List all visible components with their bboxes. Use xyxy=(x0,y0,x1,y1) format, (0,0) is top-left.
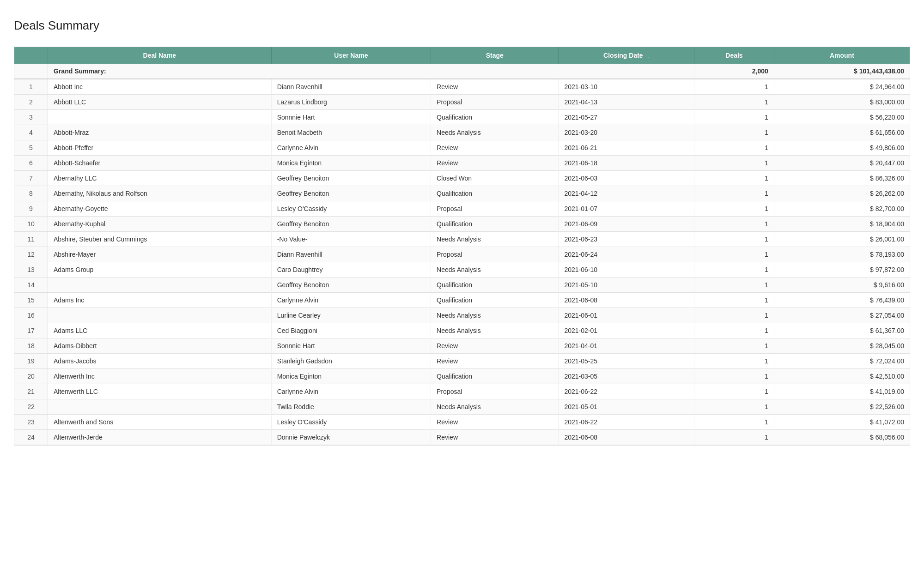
stage-cell: Needs Analysis xyxy=(431,399,559,415)
table-row: 6 Abbott-Schaefer Monica Eginton Review … xyxy=(14,156,910,171)
closing-date-cell: 2021-05-01 xyxy=(559,399,694,415)
closing-date-cell: 2021-05-10 xyxy=(559,277,694,293)
grand-summary-row-num xyxy=(14,64,48,79)
deals-cell: 1 xyxy=(694,232,774,247)
deal-name-cell: Altenwerth Inc xyxy=(48,369,272,384)
amount-cell: $ 26,001.00 xyxy=(774,232,910,247)
grand-summary-deals: 2,000 xyxy=(694,64,774,79)
user-name-cell: -No Value- xyxy=(271,232,431,247)
deals-cell: 1 xyxy=(694,338,774,354)
user-name-cell: Twila Roddie xyxy=(271,399,431,415)
row-num: 7 xyxy=(14,171,48,186)
stage-cell: Review xyxy=(431,79,559,95)
deals-cell: 1 xyxy=(694,323,774,338)
col-header-deals[interactable]: Deals xyxy=(694,47,774,64)
deals-cell: 1 xyxy=(694,217,774,232)
user-name-cell: Geoffrey Benoiton xyxy=(271,171,431,186)
table-row: 22 Twila Roddie Needs Analysis 2021-05-0… xyxy=(14,399,910,415)
col-header-amount[interactable]: Amount xyxy=(774,47,910,64)
deal-name-cell: Altenwerth LLC xyxy=(48,384,272,399)
stage-cell: Qualification xyxy=(431,110,559,125)
stage-cell: Proposal xyxy=(431,95,559,110)
closing-date-cell: 2021-05-27 xyxy=(559,110,694,125)
closing-date-cell: 2021-04-12 xyxy=(559,186,694,201)
stage-cell: Qualification xyxy=(431,186,559,201)
table-row: 19 Adams-Jacobs Stanleigh Gadsdon Review… xyxy=(14,354,910,369)
deal-name-cell: Altenwerth and Sons xyxy=(48,415,272,430)
table-header-row: Deal Name User Name Stage Closing Date ↓… xyxy=(14,47,910,64)
deals-cell: 1 xyxy=(694,369,774,384)
deals-cell: 1 xyxy=(694,186,774,201)
deals-cell: 1 xyxy=(694,95,774,110)
col-header-row-num xyxy=(14,47,48,64)
table-row: 3 Sonnnie Hart Qualification 2021-05-27 … xyxy=(14,110,910,125)
row-num: 11 xyxy=(14,232,48,247)
user-name-cell: Geoffrey Benoiton xyxy=(271,186,431,201)
closing-date-cell: 2021-06-24 xyxy=(559,247,694,262)
deal-name-cell: Abbott-Mraz xyxy=(48,125,272,140)
user-name-cell: Carlynne Alvin xyxy=(271,293,431,308)
page-container: Deals Summary Deal Name User Name Stage xyxy=(0,0,924,464)
deal-name-cell xyxy=(48,399,272,415)
deals-cell: 1 xyxy=(694,384,774,399)
col-header-closing-date[interactable]: Closing Date ↓ xyxy=(559,47,694,64)
col-header-user-name[interactable]: User Name xyxy=(271,47,431,64)
user-name-cell: Diann Ravenhill xyxy=(271,79,431,95)
row-num: 24 xyxy=(14,430,48,445)
row-num: 20 xyxy=(14,369,48,384)
user-name-cell: Sonnnie Hart xyxy=(271,110,431,125)
deal-name-cell: Abshire-Mayer xyxy=(48,247,272,262)
deal-name-cell: Adams LLC xyxy=(48,323,272,338)
stage-cell: Qualification xyxy=(431,293,559,308)
table-row: 7 Abernathy LLC Geoffrey Benoiton Closed… xyxy=(14,171,910,186)
deals-cell: 1 xyxy=(694,430,774,445)
stage-cell: Review xyxy=(431,354,559,369)
user-name-cell: Benoit Macbeth xyxy=(271,125,431,140)
deals-cell: 1 xyxy=(694,156,774,171)
table-row: 1 Abbott Inc Diann Ravenhill Review 2021… xyxy=(14,79,910,95)
stage-cell: Qualification xyxy=(431,277,559,293)
table-row: 13 Adams Group Caro Daughtrey Needs Anal… xyxy=(14,262,910,277)
row-num: 16 xyxy=(14,308,48,323)
stage-cell: Review xyxy=(431,430,559,445)
deal-name-cell: Abbott Inc xyxy=(48,79,272,95)
user-name-cell: Stanleigh Gadsdon xyxy=(271,354,431,369)
deal-name-cell xyxy=(48,277,272,293)
closing-date-cell: 2021-06-22 xyxy=(559,384,694,399)
amount-cell: $ 18,904.00 xyxy=(774,217,910,232)
deal-name-cell: Adams Inc xyxy=(48,293,272,308)
stage-cell: Qualification xyxy=(431,369,559,384)
amount-cell: $ 61,656.00 xyxy=(774,125,910,140)
deals-cell: 1 xyxy=(694,415,774,430)
stage-cell: Review xyxy=(431,338,559,354)
table-row: 8 Abernathy, Nikolaus and Rolfson Geoffr… xyxy=(14,186,910,201)
deal-name-cell: Adams-Jacobs xyxy=(48,354,272,369)
deal-name-cell: Abernathy, Nikolaus and Rolfson xyxy=(48,186,272,201)
amount-cell: $ 42,510.00 xyxy=(774,369,910,384)
stage-cell: Needs Analysis xyxy=(431,308,559,323)
row-num: 8 xyxy=(14,186,48,201)
stage-cell: Needs Analysis xyxy=(431,125,559,140)
table-row: 14 Geoffrey Benoiton Qualification 2021-… xyxy=(14,277,910,293)
amount-cell: $ 9,616.00 xyxy=(774,277,910,293)
amount-cell: $ 68,056.00 xyxy=(774,430,910,445)
user-name-cell: Lazarus Lindborg xyxy=(271,95,431,110)
closing-date-cell: 2021-02-01 xyxy=(559,323,694,338)
deal-name-cell: Abernathy-Goyette xyxy=(48,201,272,217)
stage-cell: Needs Analysis xyxy=(431,323,559,338)
deal-name-cell: Adams-Dibbert xyxy=(48,338,272,354)
table-row: 5 Abbott-Pfeffer Carlynne Alvin Review 2… xyxy=(14,140,910,156)
deal-name-cell: Abbott LLC xyxy=(48,95,272,110)
col-header-stage[interactable]: Stage xyxy=(431,47,559,64)
row-num: 6 xyxy=(14,156,48,171)
closing-date-cell: 2021-06-23 xyxy=(559,232,694,247)
row-num: 18 xyxy=(14,338,48,354)
closing-date-cell: 2021-03-10 xyxy=(559,79,694,95)
amount-cell: $ 41,019.00 xyxy=(774,384,910,399)
user-name-cell: Geoffrey Benoiton xyxy=(271,217,431,232)
row-num: 13 xyxy=(14,262,48,277)
user-name-cell: Monica Eginton xyxy=(271,369,431,384)
closing-date-cell: 2021-04-01 xyxy=(559,338,694,354)
col-header-deal-name[interactable]: Deal Name xyxy=(48,47,272,64)
stage-cell: Needs Analysis xyxy=(431,232,559,247)
